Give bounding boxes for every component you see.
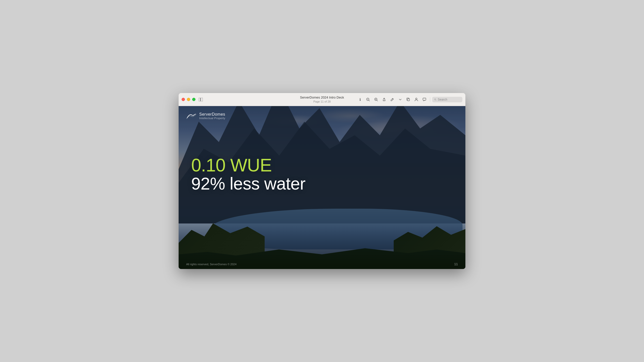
titlebar: ServerDomes 2024 Intro Deck Page 11 of 2… (179, 93, 465, 106)
annotate-button[interactable] (389, 96, 396, 103)
chevron-down-icon (399, 99, 401, 101)
logo-name: ServerDomes (199, 112, 225, 117)
search-icon (434, 98, 436, 101)
svg-line-8 (377, 100, 378, 101)
profile-button[interactable] (413, 96, 420, 103)
fullscreen-button[interactable] (192, 98, 195, 101)
share-button[interactable] (381, 96, 388, 103)
close-button[interactable] (182, 98, 185, 101)
svg-rect-10 (408, 99, 410, 101)
preview-window: ServerDomes 2024 Intro Deck Page 11 of 2… (179, 93, 465, 269)
slide: ServerDomes Intellectual Property 0.10 W… (179, 106, 465, 269)
stat-label: 92% less water (191, 174, 305, 193)
slide-content: 0.10 WUE 92% less water (191, 156, 305, 193)
traffic-lights (182, 98, 195, 101)
toolbar-right (356, 96, 462, 103)
comment-button[interactable] (421, 96, 428, 103)
svg-point-13 (434, 99, 436, 100)
svg-line-4 (369, 100, 370, 101)
logo-icon (186, 112, 196, 120)
pen-icon (390, 98, 394, 102)
page-indicator: Page 11 of 28 (313, 100, 331, 103)
toolbar-divider (430, 97, 430, 102)
document-title: ServerDomes 2024 Intro Deck (300, 96, 344, 100)
svg-point-11 (416, 98, 417, 100)
slide-header: ServerDomes Intellectual Property (186, 112, 225, 120)
zoom-in-button[interactable] (373, 96, 380, 103)
logo-subtitle: Intellectual Property (199, 117, 225, 120)
search-input[interactable] (438, 98, 460, 101)
logo-text: ServerDomes Intellectual Property (199, 112, 225, 120)
info-icon (359, 97, 361, 102)
minimize-button[interactable] (187, 98, 190, 101)
info-button[interactable] (356, 96, 364, 103)
zoom-in-icon (374, 98, 378, 102)
person-icon (414, 98, 418, 102)
svg-rect-1 (201, 98, 203, 101)
zoom-out-icon (366, 98, 370, 102)
comment-icon (422, 98, 426, 102)
stat-value: 0.10 WUE (191, 156, 305, 174)
annotate-chevron-button[interactable] (397, 96, 404, 103)
search-box[interactable] (432, 97, 462, 102)
slide-container: ServerDomes Intellectual Property 0.10 W… (179, 106, 465, 269)
svg-line-14 (436, 100, 436, 100)
svg-rect-12 (423, 98, 426, 100)
zoom-out-button[interactable] (365, 96, 372, 103)
footer-page-number: 11 (454, 262, 458, 266)
duplicate-button[interactable] (405, 96, 412, 103)
duplicate-icon (406, 98, 410, 102)
sidebar-toggle-button[interactable] (198, 97, 204, 102)
titlebar-center: ServerDomes 2024 Intro Deck Page 11 of 2… (300, 96, 344, 103)
share-icon (382, 98, 386, 102)
footer-copyright: All rights reserved, ServerDomes © 2024 (186, 263, 236, 266)
svg-rect-0 (199, 98, 200, 101)
slide-footer: All rights reserved, ServerDomes © 2024 … (186, 262, 458, 266)
